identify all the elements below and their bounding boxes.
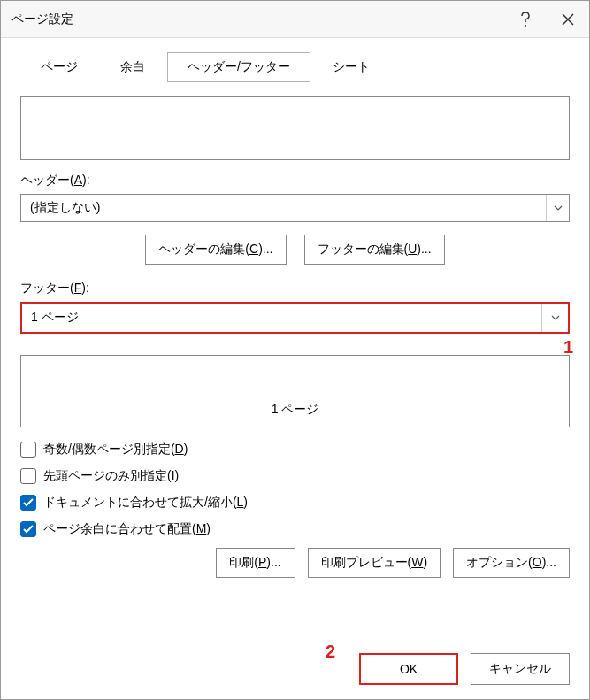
edit-header-button[interactable]: ヘッダーの編集(C)... [145,235,286,265]
tab-margins[interactable]: 余白 [100,52,165,82]
titlebar: ページ設定 [1,1,589,38]
tab-header-footer[interactable]: ヘッダー/フッター [167,52,310,82]
chevron-down-icon [546,195,569,221]
page-setup-dialog: ページ設定 ページ 余白 ヘッダー/フッター シート ヘッダー(A): (指定し… [0,0,590,700]
tabs: ページ 余白 ヘッダー/フッター シート [20,52,570,82]
cancel-button[interactable]: キャンセル [471,653,570,685]
header-label: ヘッダー(A): [20,173,570,188]
print-button[interactable]: 印刷(P)... [216,548,295,578]
footer-select-wrap: 1 ページ 1 [20,302,570,334]
footer-label: フッター(F): [20,281,570,296]
checkbox-icon [20,468,36,484]
svg-point-0 [525,25,526,27]
close-button[interactable] [547,1,589,38]
footer-preview-text: 1 ページ [272,402,319,418]
header-select[interactable]: (指定しない) [20,194,570,222]
tab-sheet[interactable]: シート [312,52,390,82]
dialog-buttons: OK キャンセル [359,653,570,685]
ok-button[interactable]: OK [359,653,458,685]
options-button[interactable]: オプション(O)... [453,548,570,578]
checkbox-odd-even[interactable]: 奇数/偶数ページ別指定(D) [20,442,570,458]
annotation-1: 1 [563,337,573,358]
checkbox-icon [20,521,36,537]
checkbox-scale[interactable]: ドキュメントに合わせて拡大/縮小(L) [20,495,570,511]
print-preview-button[interactable]: 印刷プレビュー(W) [308,548,441,578]
header-select-value: (指定しない) [30,200,100,216]
checkbox-first-page[interactable]: 先頭ページのみ別指定(I) [20,468,570,484]
footer-preview: 1 ページ [20,355,570,427]
edit-footer-button[interactable]: フッターの編集(U)... [304,235,445,265]
close-icon [562,13,574,26]
checkbox-icon [20,495,36,511]
lower-buttons: 印刷(P)... 印刷プレビュー(W) オプション(O)... [20,548,570,578]
dialog-content: ページ 余白 ヘッダー/フッター シート ヘッダー(A): (指定しない) ヘッ… [1,38,589,578]
chevron-down-icon [541,304,568,332]
checkbox-align-margin[interactable]: ページ余白に合わせて配置(M) [20,521,570,537]
checkbox-icon [20,442,36,458]
header-preview [20,96,570,160]
tab-page[interactable]: ページ [20,52,98,82]
edit-buttons-row: ヘッダーの編集(C)... フッターの編集(U)... [20,235,570,265]
help-icon [519,12,532,27]
annotation-2: 2 [326,642,335,662]
footer-select[interactable]: 1 ページ [20,302,570,334]
dialog-title: ページ設定 [11,12,504,27]
footer-select-value: 1 ページ [31,310,79,326]
help-button[interactable] [504,1,547,38]
